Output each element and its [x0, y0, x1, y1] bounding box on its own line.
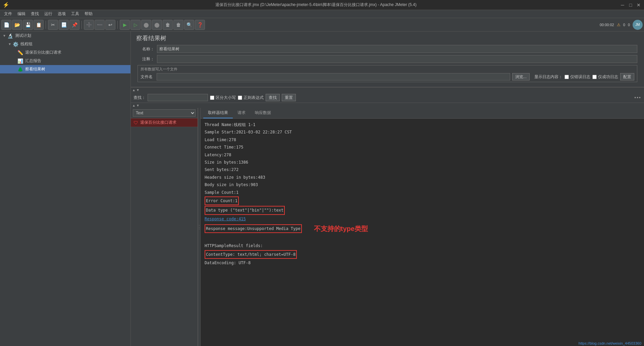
window-title: 退保百分比接口请求.jmx (D:\JeMeter\apache-jmeter-…: [12, 2, 620, 8]
content-area: 察看结果树 名称： 注释： 所有数据写入一个文件 文件名 浏览... 显示日志内…: [131, 32, 644, 346]
sidebar-item-label-summary: 汇总报告: [25, 58, 41, 64]
regex-label[interactable]: 正则表达式: [238, 95, 264, 101]
undo-button[interactable]: ↩: [105, 20, 115, 30]
summary-icon: 📊: [17, 58, 23, 64]
response-message-box: Response message:Unsupported Media Type: [205, 224, 302, 233]
tabs-row: 取样器结果 请求 响应数据: [201, 108, 644, 119]
shutdown-button[interactable]: ⬤: [152, 20, 162, 30]
response-code-line: Response code:415: [205, 216, 640, 222]
http-sample-result-line: HTTPSampleResult fields:: [205, 242, 640, 249]
title-bar: ⚡ 退保百分比接口请求.jmx (D:\JeMeter\apache-jmete…: [0, 0, 644, 10]
name-row: 名称：: [136, 45, 639, 53]
result-item-label: 退保百分比接口请求: [140, 120, 176, 125]
case-sensitive-checkbox[interactable]: [210, 96, 214, 100]
collapse-button[interactable]: ➖: [95, 20, 105, 30]
toolbar-time-section: 00:00:02 ⚠ 0 0 JM: [600, 20, 643, 30]
content-header: 察看结果树 名称： 注释： 所有数据写入一个文件 文件名 浏览... 显示日志内…: [131, 32, 644, 87]
sidebar-item-label-request: 退保百分比接口请求: [25, 50, 61, 55]
sidebar-item-summary[interactable]: ▶ 📊 汇总报告: [0, 57, 130, 65]
copy-button[interactable]: 📃: [59, 20, 69, 30]
toolbar-sep-1: [46, 21, 46, 29]
response-message-line: Response message:Unsupported Media Type …: [205, 223, 640, 234]
search-button[interactable]: 🔍: [184, 20, 194, 30]
display-log-label: 显示日志内容：: [534, 74, 562, 80]
file-row: 文件名 浏览... 显示日志内容： 仅错误日志 仅成功日志 配置: [141, 73, 634, 80]
sidebar-item-label-resulttree: 察看结果树: [25, 66, 45, 72]
file-input[interactable]: [157, 73, 510, 80]
err-only-checkbox[interactable]: [565, 75, 569, 79]
menu-options[interactable]: 选项: [55, 10, 68, 17]
menu-bar: 文件 编辑 查找 运行 选项 工具 帮助: [0, 10, 644, 18]
menu-find[interactable]: 查找: [28, 10, 42, 17]
user-avatar: JM: [633, 20, 643, 30]
run-no-stop-button[interactable]: ▷: [130, 20, 141, 30]
cut-button[interactable]: ✂: [48, 20, 58, 30]
open-button[interactable]: 📂: [12, 20, 22, 30]
expand-icon-threadgroup: ▼: [8, 42, 11, 46]
sidebar: ▼ 🔬 测试计划 ▼ ⚙️ 线程组 ▶ ✏️ 退保百分比接口请求 ▶ 📊 汇总报…: [0, 32, 131, 346]
success-only-checkbox-label[interactable]: 仅成功日志: [592, 74, 618, 80]
result-item-request[interactable]: 🛡 退保百分比接口请求: [131, 118, 198, 127]
browse-button[interactable]: 浏览...: [512, 73, 530, 80]
clear-all-button[interactable]: 🗑: [173, 20, 183, 30]
threadgroup-icon: ⚙️: [13, 42, 18, 47]
save-as-button[interactable]: 📋: [34, 20, 44, 30]
data-type-line: Data type ("text"|"bin"|""):text: [205, 206, 640, 215]
case-sensitive-label[interactable]: 区分大小写: [210, 95, 236, 101]
minimize-button[interactable]: ─: [620, 2, 625, 8]
content-type-line: ContentType: text/html; charset=UTF-8: [205, 250, 640, 259]
menu-run[interactable]: 运行: [42, 10, 55, 17]
tab-request[interactable]: 请求: [233, 108, 250, 118]
results-type-select[interactable]: Text: [133, 109, 196, 117]
menu-help[interactable]: 帮助: [82, 10, 95, 17]
divider-row-1: ▲ ▼: [131, 87, 644, 93]
menu-tools[interactable]: 工具: [68, 10, 82, 17]
sidebar-item-resulttree[interactable]: ▶ 🌲 察看结果树: [0, 65, 130, 73]
sidebar-item-request[interactable]: ▶ ✏️ 退保百分比接口请求: [0, 48, 130, 57]
empty-line-1: [205, 235, 640, 242]
arrow-up-2[interactable]: ▲: [132, 104, 136, 107]
vertical-divider-handle[interactable]: ⋮: [198, 108, 201, 346]
help-button[interactable]: ❓: [195, 20, 205, 30]
success-only-checkbox[interactable]: [592, 75, 597, 79]
error-count-line: Error Count:1: [205, 196, 640, 205]
tab-sampler-result[interactable]: 取样器结果: [203, 108, 233, 118]
main-layout: ▼ 🔬 测试计划 ▼ ⚙️ 线程组 ▶ ✏️ 退保百分比接口请求 ▶ 📊 汇总报…: [0, 32, 644, 346]
header-size-line: Headers size in bytes:483: [205, 174, 640, 181]
bottom-url-text: https://blog.csdn.net/weixin_44503360: [579, 341, 641, 345]
new-button[interactable]: 📄: [1, 20, 11, 30]
sample-count-line: Sample Count:1: [205, 189, 640, 196]
sidebar-item-label-testplan: 测试计划: [15, 33, 31, 39]
tab-response-data[interactable]: 响应数据: [250, 108, 276, 118]
comment-input[interactable]: [157, 55, 637, 63]
sidebar-item-testplan[interactable]: ▼ 🔬 测试计划: [0, 32, 130, 40]
config-button[interactable]: 配置: [620, 73, 634, 80]
error-count-box: Error Count:1: [205, 196, 239, 205]
save-button[interactable]: 💾: [23, 20, 33, 30]
sidebar-item-threadgroup[interactable]: ▼ ⚙️ 线程组: [0, 40, 130, 48]
run-button[interactable]: ▶: [120, 20, 130, 30]
expand-button[interactable]: ➕: [84, 20, 94, 30]
regex-text: 正则表达式: [244, 95, 264, 101]
name-input[interactable]: [157, 45, 637, 53]
request-icon: ✏️: [17, 50, 23, 55]
search-label: 查找：: [133, 95, 146, 101]
sample-start-line: Sample Start:2021-03-02 22:28:27 CST: [205, 129, 640, 135]
regex-checkbox[interactable]: [238, 96, 242, 100]
maximize-button[interactable]: □: [628, 2, 633, 8]
arrow-down-2[interactable]: ▼: [136, 104, 140, 107]
err-only-checkbox-label[interactable]: 仅错误日志: [565, 74, 590, 80]
menu-file[interactable]: 文件: [1, 10, 15, 17]
menu-edit[interactable]: 编辑: [15, 10, 28, 17]
find-button[interactable]: 查找: [266, 94, 280, 101]
paste-button[interactable]: 📌: [69, 20, 79, 30]
results-list: Text 🛡 退保百分比接口请求: [131, 108, 198, 346]
latency-line: Latency:278: [205, 152, 640, 158]
arrow-up-1[interactable]: ▲: [132, 88, 136, 92]
arrow-down-1[interactable]: ▼: [136, 88, 140, 92]
clear-button[interactable]: 🗑: [163, 20, 173, 30]
stop-button[interactable]: ⬤: [141, 20, 151, 30]
close-button[interactable]: ✕: [636, 2, 641, 8]
reset-button[interactable]: 重置: [282, 94, 296, 101]
search-input[interactable]: [148, 94, 208, 101]
